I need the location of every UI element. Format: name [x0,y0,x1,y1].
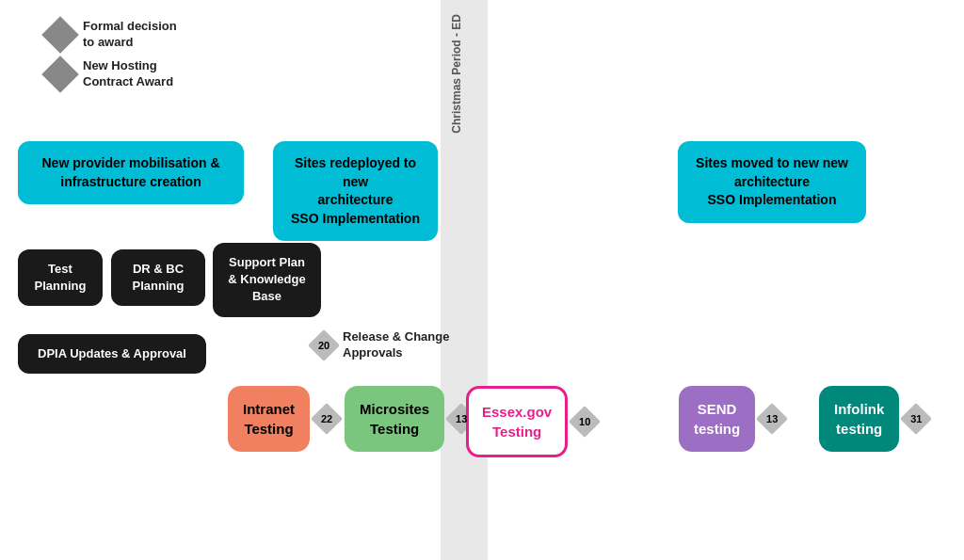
send-badge: 13 [759,406,785,432]
dr-bc-label: DR & BCPlanning [111,249,205,306]
legend-area: Formal decisionto award New HostingContr… [47,19,177,98]
infolink-testing-area: Infolinktesting 31 [819,386,929,452]
intranet-testing-area: IntranetTesting 22 [228,386,340,452]
infolink-badge: 31 [903,406,929,432]
microsites-testing-area: MicrositesTesting 13 [345,386,474,452]
sites-moved-label: Sites moved to new newarchitectureSSO Im… [678,141,866,223]
diamond-icon-hosting [41,56,79,93]
legend-item-formal: Formal decisionto award [47,19,177,51]
legend-label-hosting: New HostingContract Award [83,58,173,90]
release-badge: 20 [311,332,337,359]
sites-redeployed-box: Sites redeployed to newarchitectureSSO I… [273,141,438,241]
legend-label-formal: Formal decisionto award [83,19,177,51]
support-plan-label: Support Plan& KnowledgeBase [213,243,321,317]
dpia-box: DPIA Updates & Approval [18,334,206,374]
essex-badge: 10 [571,408,598,435]
new-provider-box: New provider mobilisation &infrastructur… [18,141,244,204]
dr-bc-box: DR & BCPlanning [111,249,205,306]
send-testing-area: SENDtesting 13 [679,386,785,452]
test-planning-label: TestPlanning [18,249,103,306]
christmas-period-line [441,0,488,560]
legend-item-hosting: New HostingContract Award [47,58,177,90]
main-canvas: Christmas Period - ED Formal decisionto … [0,0,964,560]
release-change-area: 20 Release & ChangeApprovals [311,329,449,361]
new-provider-label: New provider mobilisation &infrastructur… [18,141,244,204]
diamond-icon-formal [41,16,79,54]
release-change-label: Release & ChangeApprovals [343,329,449,361]
test-planning-box: TestPlanning [18,249,103,306]
intranet-testing-box: IntranetTesting [228,386,310,452]
microsites-testing-box: MicrositesTesting [345,386,444,452]
send-testing-box: SENDtesting [679,386,755,452]
infolink-testing-box: Infolinktesting [819,386,899,452]
christmas-period-label: Christmas Period - ED [450,14,463,134]
dpia-label: DPIA Updates & Approval [18,334,206,374]
sites-redeployed-label: Sites redeployed to newarchitectureSSO I… [273,141,438,241]
sites-moved-box: Sites moved to new newarchitectureSSO Im… [678,141,866,223]
support-plan-box: Support Plan& KnowledgeBase [213,243,321,317]
essex-testing-box: Essex.govTesting [466,386,568,457]
intranet-badge: 22 [313,406,340,432]
essex-testing-area: Essex.govTesting 10 [466,386,598,457]
